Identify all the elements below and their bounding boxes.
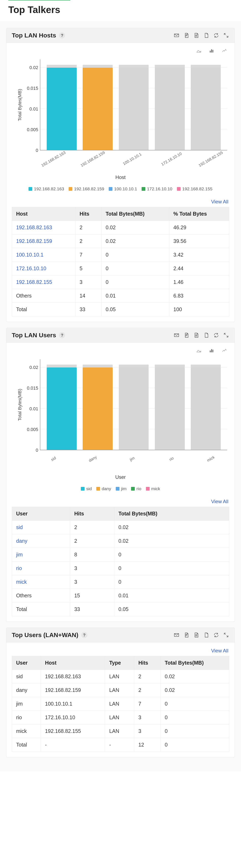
table-header-cell[interactable]: Host — [12, 207, 75, 221]
table-row: mick192.168.82.155LAN30 — [12, 724, 229, 738]
refresh-button[interactable] — [213, 632, 219, 638]
table-header-cell[interactable]: User — [12, 507, 70, 521]
export-doc-button[interactable] — [203, 332, 209, 338]
legend-item[interactable]: 192.168.82.159 — [69, 186, 104, 191]
refresh-button[interactable] — [213, 32, 219, 38]
export-csv-button[interactable] — [193, 332, 200, 338]
legend-item[interactable]: jim — [116, 486, 127, 491]
table-cell: 3 — [134, 724, 161, 738]
table-cell: 0 — [114, 575, 229, 589]
table-link-cell[interactable]: sid — [12, 521, 70, 534]
legend-item[interactable]: 172.16.10.10 — [142, 186, 172, 191]
table-cell: 8 — [70, 548, 114, 562]
export-pdf-button[interactable] — [183, 332, 190, 338]
table-header-row: HostHitsTotal Bytes(MB)% Total Bytes — [12, 207, 229, 221]
chart-type-area-button[interactable] — [194, 48, 204, 54]
table-cell: - — [105, 738, 134, 752]
legend-item[interactable]: sid — [81, 486, 92, 491]
view-all-link[interactable]: View All — [211, 648, 229, 653]
export-pdf-button[interactable] — [183, 32, 190, 38]
table-row: mick30 — [12, 575, 229, 589]
chart-bar[interactable] — [47, 368, 77, 450]
export-email-button[interactable] — [173, 632, 180, 638]
table-link-cell[interactable]: 172.16.10.10 — [12, 262, 75, 275]
chart-bar[interactable] — [191, 68, 221, 150]
export-pdf-button[interactable] — [183, 632, 190, 638]
table-header-row: UserHostTypeHitsTotal Bytes(MB) — [12, 656, 229, 670]
table-footer-row: Total330.05100 — [12, 303, 229, 316]
table-header-cell[interactable]: Hits — [134, 656, 161, 670]
table-link-cell[interactable]: rio — [12, 562, 70, 575]
export-csv-button[interactable] — [193, 632, 200, 638]
table-cell: 2.44 — [169, 262, 229, 275]
table-cell: 0.01 — [114, 589, 229, 602]
chart-bar[interactable] — [83, 368, 113, 450]
table-link-cell[interactable]: 192.168.82.155 — [12, 275, 75, 289]
chart-bar[interactable] — [155, 368, 185, 450]
chart-type-line-button[interactable] — [220, 48, 229, 54]
table-link-cell[interactable]: 192.168.82.159 — [12, 235, 75, 248]
table-link-cell[interactable]: jim — [12, 548, 70, 562]
table-cell: 0.02 — [101, 221, 169, 235]
expand-button[interactable] — [223, 332, 229, 338]
table-link-cell[interactable]: mick — [12, 575, 70, 589]
view-all-link[interactable]: View All — [211, 199, 229, 205]
table-header-cell[interactable]: Total Bytes(MB) — [161, 656, 229, 670]
chart-type-line-button[interactable] — [220, 348, 229, 353]
page-title: Top Talkers — [0, 0, 241, 22]
table-cell: 0 — [101, 275, 169, 289]
table-header-cell[interactable]: Hits — [70, 507, 114, 521]
expand-button[interactable] — [223, 32, 229, 38]
chart-bar[interactable] — [119, 68, 149, 150]
table-header-cell[interactable]: Host — [41, 656, 105, 670]
table-cell: 192.168.82.163 — [41, 670, 105, 683]
view-all-link[interactable]: View All — [211, 499, 229, 504]
refresh-button[interactable] — [213, 332, 219, 338]
expand-button[interactable] — [223, 632, 229, 638]
legend-item[interactable]: 192.168.82.155 — [177, 186, 212, 191]
table-header-cell[interactable]: Type — [105, 656, 134, 670]
chart-type-bar-button[interactable] — [207, 348, 216, 353]
chart-bar[interactable] — [119, 368, 149, 450]
help-icon[interactable]: ? — [59, 32, 65, 38]
legend-swatch — [69, 187, 72, 191]
legend-item[interactable]: 100.10.10.1 — [109, 186, 137, 191]
chart-ytick: 0.02 — [29, 365, 38, 370]
table-header-cell[interactable]: % Total Bytes — [169, 207, 229, 221]
export-doc-button[interactable] — [203, 632, 209, 638]
legend-item[interactable]: 192.168.82.163 — [29, 186, 64, 191]
export-doc-button[interactable] — [203, 32, 209, 38]
table-header-cell[interactable]: User — [12, 656, 41, 670]
table-header-cell[interactable]: Total Bytes(MB) — [101, 207, 169, 221]
chart-xlabel: User — [12, 474, 229, 480]
chart-bar[interactable] — [83, 68, 113, 150]
table-cell: mick — [12, 724, 41, 738]
chart-type-area-button[interactable] — [194, 348, 204, 353]
help-icon[interactable]: ? — [59, 332, 65, 338]
legend-label: 192.168.82.155 — [182, 186, 212, 191]
chart-type-bar-button[interactable] — [207, 48, 216, 54]
table-cell: 0 — [101, 248, 169, 262]
export-csv-button[interactable] — [193, 32, 200, 38]
legend-swatch — [81, 487, 84, 491]
chart-bar[interactable] — [47, 68, 77, 150]
legend-swatch — [177, 187, 181, 191]
table-cell: 14 — [75, 289, 101, 303]
data-table: UserHostTypeHitsTotal Bytes(MB)sid192.16… — [12, 656, 229, 752]
table-header-cell[interactable]: Total Bytes(MB) — [114, 507, 229, 521]
legend-item[interactable]: dany — [96, 486, 111, 491]
chart-bar[interactable] — [191, 368, 221, 450]
help-icon[interactable]: ? — [81, 632, 88, 638]
table-header-cell[interactable]: Hits — [75, 207, 101, 221]
table-cell: 5 — [75, 262, 101, 275]
panel-lan_hosts: Top LAN Hosts?Total Bytes(MB)00.0050.010… — [6, 28, 235, 322]
chart-bar[interactable] — [155, 68, 185, 150]
table-link-cell[interactable]: 100.10.10.1 — [12, 248, 75, 262]
table-header-row: UserHitsTotal Bytes(MB) — [12, 507, 229, 521]
export-email-button[interactable] — [173, 332, 180, 338]
legend-item[interactable]: rio — [131, 486, 141, 491]
export-email-button[interactable] — [173, 32, 180, 38]
table-link-cell[interactable]: dany — [12, 534, 70, 548]
legend-item[interactable]: mick — [146, 486, 160, 491]
table-link-cell[interactable]: 192.168.82.163 — [12, 221, 75, 235]
